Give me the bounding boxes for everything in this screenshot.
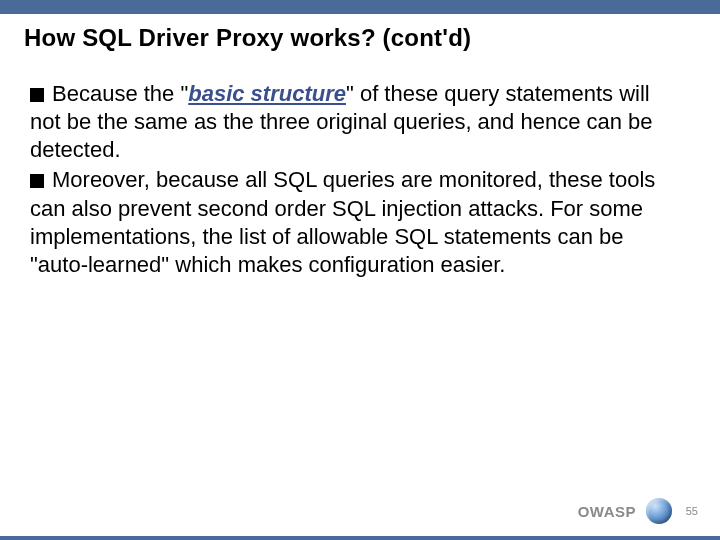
footer-rule [0, 536, 720, 540]
emphasized-term: basic structure [188, 81, 346, 106]
brand-label: OWASP [578, 503, 636, 520]
footer: OWASP 55 [578, 498, 698, 524]
bullet-item: Moreover, because all SQL queries are mo… [30, 166, 682, 279]
header-bar [0, 0, 720, 14]
bullet-text: Moreover, because all SQL queries are mo… [30, 167, 655, 276]
globe-logo-icon [646, 498, 672, 524]
bullet-item: Because the "basic structure" of these q… [30, 80, 682, 164]
page-number: 55 [682, 505, 698, 517]
bullet-text-prefix: Because the " [52, 81, 188, 106]
slide-title: How SQL Driver Proxy works? (cont'd) [24, 24, 696, 52]
slide-body: Because the "basic structure" of these q… [30, 80, 682, 281]
square-bullet-icon [30, 174, 44, 188]
square-bullet-icon [30, 88, 44, 102]
